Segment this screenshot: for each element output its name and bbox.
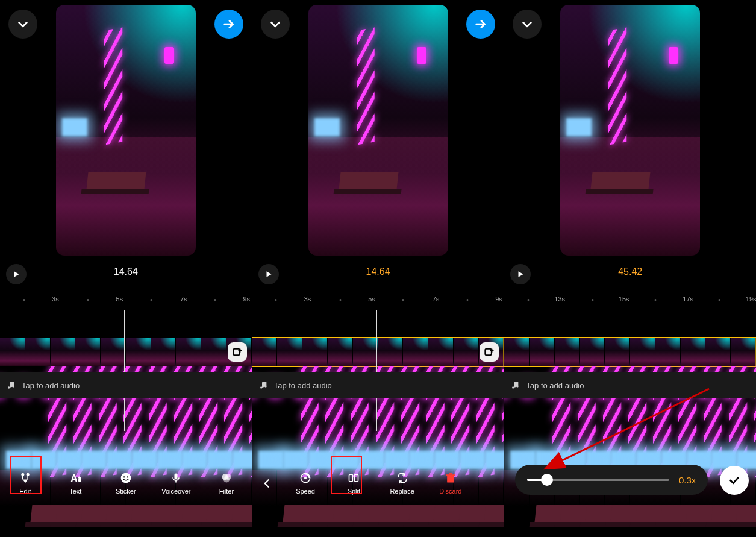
music-icon [258,380,268,390]
svg-point-6 [12,385,14,387]
clip-thumb [655,338,681,366]
clip-thumb [428,338,454,366]
duration-label: 45.42 [504,266,756,277]
collapse-button[interactable] [8,10,37,39]
next-button[interactable] [466,10,495,39]
next-button[interactable] [214,10,243,39]
split-tool[interactable]: Split [337,472,370,495]
duration-label: 14.64 [0,266,252,277]
svg-rect-33 [449,473,452,474]
tick-label: 5s [116,295,123,303]
playhead[interactable] [376,310,377,431]
clip-thumb [630,338,655,366]
collapse-button[interactable] [261,10,290,39]
clip-thumb [151,338,177,366]
video-preview[interactable] [56,5,196,256]
slider-knob[interactable] [541,474,553,486]
tick-label: 15s [619,295,629,303]
svg-rect-31 [447,476,454,483]
split-icon [348,472,360,484]
playhead[interactable] [631,310,631,431]
tick-label: 3s [52,295,59,303]
timeline-ruler[interactable]: 13s15s17s19s [504,295,756,307]
tool-label: Filter [219,488,234,495]
clip-thumb [0,338,25,366]
voiceover-tool[interactable]: Voiceover [159,472,193,495]
svg-point-14 [127,476,128,477]
clip-thumb [504,338,530,366]
clip-thumb [51,338,76,366]
clip-strip[interactable] [252,338,504,366]
svg-rect-16 [176,480,177,482]
tick-label: 7s [180,295,187,303]
svg-rect-32 [446,474,455,476]
add-audio-row[interactable]: Tap to add audio [0,372,252,398]
add-transition-button[interactable] [480,342,499,362]
music-icon [6,380,16,390]
tool-label: Replace [390,488,414,495]
playhead[interactable] [124,310,125,431]
add-audio-label: Tap to add audio [526,381,584,390]
clip-thumb [75,338,101,366]
replace-tool[interactable]: Replace [386,472,419,495]
video-preview[interactable] [560,5,700,256]
svg-point-35 [512,386,514,388]
filter-tool[interactable]: Filter [210,472,243,495]
phone-screen-2: 14.643s5s7s9sTap to add audioSpeedSplitR… [252,0,504,537]
tool-label: Discard [439,488,461,495]
clip-thumb [176,338,201,366]
add-audio-row[interactable]: Tap to add audio [504,372,756,398]
clip-thumb [403,338,428,366]
clip-thumb [302,338,328,366]
phone-screen-3: 45.4213s15s17s19sTap to add audio 0.3x [504,0,756,537]
confirm-button[interactable] [720,466,749,495]
svg-rect-22 [486,349,492,356]
clip-strip[interactable] [504,338,756,366]
edit-icon [19,472,31,484]
tick-label: 5s [368,295,375,303]
svg-rect-2 [233,349,240,356]
speed-slider[interactable] [527,479,669,481]
phone-screen-1: 14.643s5s7s9sTap to add audioEditTextSti… [0,0,252,537]
speed-tool[interactable]: Speed [289,472,322,495]
svg-point-13 [123,476,125,477]
svg-point-36 [517,385,519,387]
clip-thumb [378,338,404,366]
clip-thumb [681,338,706,366]
sticker-tool[interactable]: Sticker [109,472,143,495]
discard-tool[interactable]: Discard [434,472,467,495]
back-button[interactable] [260,477,274,489]
clip-thumb [705,338,731,366]
clip-thumb [580,338,605,366]
tick-label: 9s [495,295,502,303]
svg-point-26 [264,385,266,387]
tool-label: Voiceover [161,488,190,495]
clip-thumb [555,338,580,366]
tool-label: Text [69,488,81,495]
svg-point-5 [8,386,10,388]
text-tool[interactable]: Text [58,472,92,495]
timeline-ruler[interactable]: 3s5s7s9s [0,295,252,307]
add-transition-button[interactable] [228,342,247,362]
collapse-button[interactable] [513,10,542,39]
tick-label: 3s [304,295,311,303]
svg-point-25 [260,386,262,388]
timeline-ruler[interactable]: 3s5s7s9s [252,295,504,307]
add-audio-label: Tap to add audio [22,381,80,390]
svg-rect-15 [175,474,178,480]
tick-label: 19s [746,295,756,303]
svg-point-28 [305,477,307,479]
add-audio-row[interactable]: Tap to add audio [252,372,504,398]
tick-label: 9s [243,295,251,303]
svg-point-12 [120,473,131,483]
edit-tool[interactable]: Edit [8,472,42,495]
video-preview[interactable] [308,5,448,256]
clip-thumb [252,338,278,366]
tool-label: Speed [296,488,315,495]
clip-strip[interactable] [0,338,252,366]
text-icon [69,472,81,484]
svg-marker-11 [23,480,28,483]
svg-point-19 [223,477,230,483]
speed-value: 0.3x [679,475,696,485]
svg-rect-10 [27,476,28,480]
